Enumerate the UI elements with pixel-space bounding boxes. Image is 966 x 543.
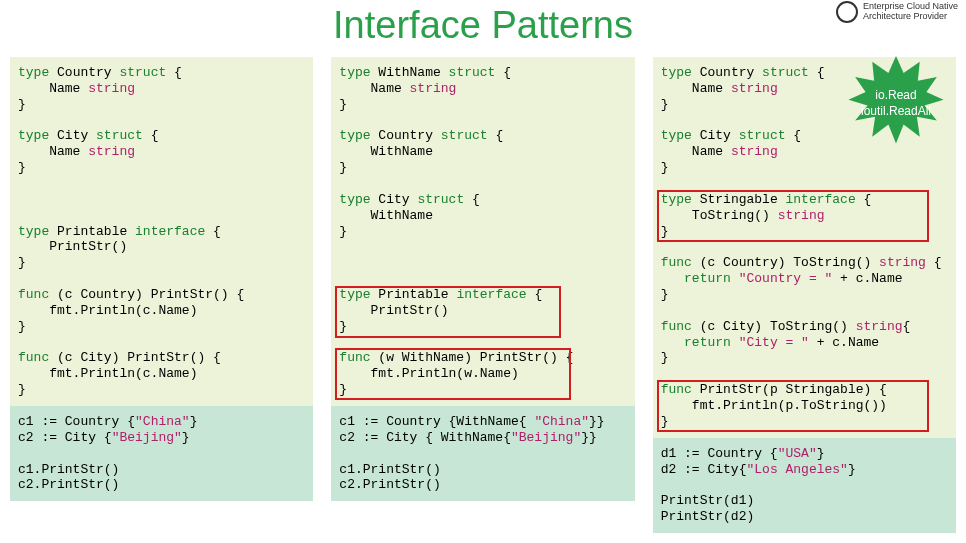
tagline-line2: Architecture Provider — [863, 11, 947, 21]
column-1: type Country struct { Name string } type… — [10, 57, 313, 533]
page-title: Interface Patterns — [0, 4, 966, 47]
col1-code-bottom: c1 := Country {"China"} c2 := City {"Bei… — [10, 406, 313, 501]
col2-top-code: type WithName struct { Name string } typ… — [339, 65, 626, 398]
column-2: type WithName struct { Name string } typ… — [331, 57, 634, 533]
callout-line2: ioutil.ReadAll — [861, 104, 931, 120]
logo-icon — [836, 1, 858, 23]
col1-bot-code: c1 := Country {"China"} c2 := City {"Bei… — [18, 414, 305, 493]
callout-starburst: io.Read ioutil.ReadAll — [836, 56, 956, 151]
col1-top-code: type Country struct { Name string } type… — [18, 65, 305, 398]
col2-bot-code: c1 := Country {WithName{ "China"}} c2 :=… — [339, 414, 626, 493]
col3-code-bottom: d1 := Country {"USA"} d2 := City{"Los An… — [653, 438, 956, 533]
col2-code-top: type WithName struct { Name string } typ… — [331, 57, 634, 406]
col3-bot-code: d1 := Country {"USA"} d2 := City{"Los An… — [661, 446, 948, 525]
tagline: Enterprise Cloud Native Architecture Pro… — [836, 2, 958, 24]
columns-container: type Country struct { Name string } type… — [0, 57, 966, 533]
col2-code-bottom: c1 := Country {WithName{ "China"}} c2 :=… — [331, 406, 634, 501]
callout-line1: io.Read — [861, 88, 931, 104]
col1-code-top: type Country struct { Name string } type… — [10, 57, 313, 406]
tagline-line1: Enterprise Cloud Native — [863, 1, 958, 11]
